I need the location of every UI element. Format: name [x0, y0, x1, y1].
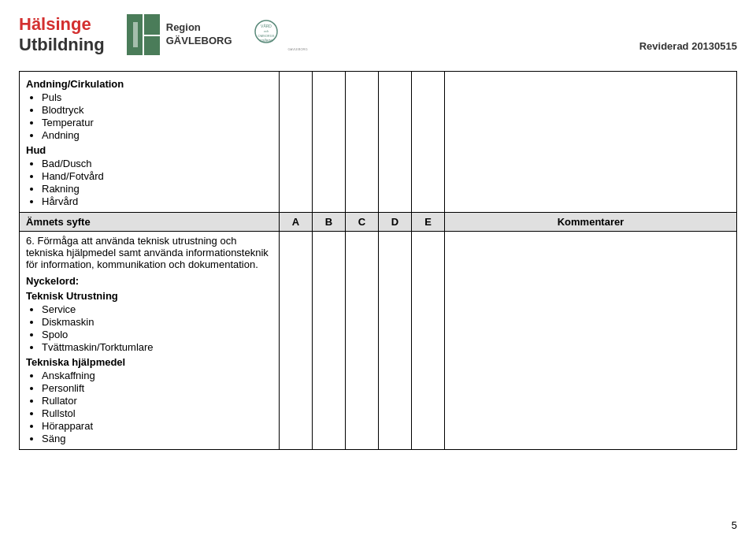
- hud-list: Bad/Dusch Hand/Fotvård Rakning Hårvård: [26, 158, 272, 207]
- svg-text:VÅRD: VÅRD: [261, 24, 272, 28]
- svg-text:college: college: [260, 38, 272, 43]
- cell-a-s6: [280, 232, 313, 450]
- tekniska-hjalpmedel-label: Tekniska hjälpmedel: [26, 356, 272, 368]
- list-item: Rullator: [42, 395, 272, 407]
- page-number: 5: [732, 519, 737, 531]
- list-item: Spolo: [42, 329, 272, 340]
- header-b: B: [313, 213, 346, 232]
- header-a: A: [280, 213, 313, 232]
- cell-kommentarer-top: [445, 72, 737, 213]
- list-item: Hörapparat: [42, 420, 272, 432]
- halsinge-logo: Hälsinge Utbildning: [19, 14, 105, 55]
- cell-e-s6: [412, 232, 445, 450]
- svg-text:GÄVLEBORG: GÄVLEBORG: [287, 47, 307, 51]
- header-e: E: [412, 213, 445, 232]
- cell-d-top: [379, 72, 412, 213]
- list-item: Bad/Dusch: [42, 158, 272, 169]
- andning-cell: Andning/Cirkulation Puls Blodtryck Tempe…: [20, 72, 280, 213]
- andning-list: Puls Blodtryck Temperatur Andning: [26, 91, 272, 141]
- list-item: Puls: [42, 91, 272, 103]
- header-subject: Ämnets syfte: [20, 213, 280, 232]
- list-item: Tvättmaskin/Torktumlare: [42, 341, 272, 353]
- teknisk-utrustning-list: Service Diskmaskin Spolo Tvättmaskin/Tor…: [26, 303, 272, 353]
- list-item: Andning: [42, 129, 272, 141]
- cell-e-top: [412, 72, 445, 213]
- list-item: Rakning: [42, 183, 272, 195]
- list-item: Anskaffning: [42, 370, 272, 381]
- cell-b-top: [313, 72, 346, 213]
- cell-a-top: [280, 72, 313, 213]
- svg-rect-2: [144, 36, 160, 55]
- header-c: C: [346, 213, 379, 232]
- section6-intro: 6. Förmåga att använda teknisk utrustnin…: [26, 235, 272, 270]
- content-table: Andning/Cirkulation Puls Blodtryck Tempe…: [19, 71, 737, 450]
- vard-logo: VÅRD och OMSORGS college GÄVLEBORG: [254, 14, 325, 55]
- region-text: Region GÄVLEBORG: [166, 21, 232, 48]
- section6-cell: 6. Förmåga att använda teknisk utrustnin…: [20, 232, 280, 450]
- hud-title: Hud: [26, 144, 272, 156]
- cell-kommentarer-s6: [445, 232, 737, 450]
- cell-c-top: [346, 72, 379, 213]
- cell-c-s6: [346, 232, 379, 450]
- andning-row: Andning/Cirkulation Puls Blodtryck Tempe…: [20, 72, 737, 213]
- cell-b-s6: [313, 232, 346, 450]
- list-item: Rullstol: [42, 407, 272, 419]
- list-item: Diskmaskin: [42, 316, 272, 328]
- logo-top: Hälsinge: [19, 14, 105, 35]
- section6-row: 6. Förmåga att använda teknisk utrustnin…: [20, 232, 737, 450]
- svg-text:och: och: [263, 29, 268, 33]
- region-logo: Region GÄVLEBORG: [127, 14, 232, 55]
- andning-title: Andning/Cirkulation: [26, 78, 272, 90]
- tekniska-hjalpmedel-list: Anskaffning Personlift Rullator Rullstol…: [26, 370, 272, 444]
- list-item: Personlift: [42, 382, 272, 394]
- header-row: Ämnets syfte A B C D E Kommentarer: [20, 213, 737, 232]
- svg-rect-1: [144, 14, 160, 35]
- nyckelord-label: Nyckelord:: [26, 275, 272, 287]
- cell-d-s6: [379, 232, 412, 450]
- list-item: Hårvård: [42, 195, 272, 207]
- list-item: Säng: [42, 433, 272, 444]
- region-line2: GÄVLEBORG: [166, 35, 232, 48]
- teknisk-utrustning-label: Teknisk Utrustning: [26, 290, 272, 302]
- revision-text: Reviderad 20130515: [639, 40, 737, 55]
- main-content: Andning/Cirkulation Puls Blodtryck Tempe…: [0, 63, 756, 474]
- list-item: Blodtryck: [42, 104, 272, 116]
- list-item: Hand/Fotvård: [42, 170, 272, 182]
- vard-icon: VÅRD och OMSORGS college GÄVLEBORG: [254, 14, 325, 55]
- region-line1: Region: [166, 21, 232, 35]
- logo-bottom: Utbildning: [19, 35, 105, 55]
- list-item: Service: [42, 303, 272, 315]
- page-header: Hälsinge Utbildning Region GÄVLEBORG VÅR…: [0, 0, 756, 63]
- region-icon: [127, 14, 160, 55]
- header-kommentarer: Kommentarer: [445, 213, 737, 232]
- list-item: Temperatur: [42, 117, 272, 128]
- header-d: D: [379, 213, 412, 232]
- svg-rect-3: [133, 22, 138, 47]
